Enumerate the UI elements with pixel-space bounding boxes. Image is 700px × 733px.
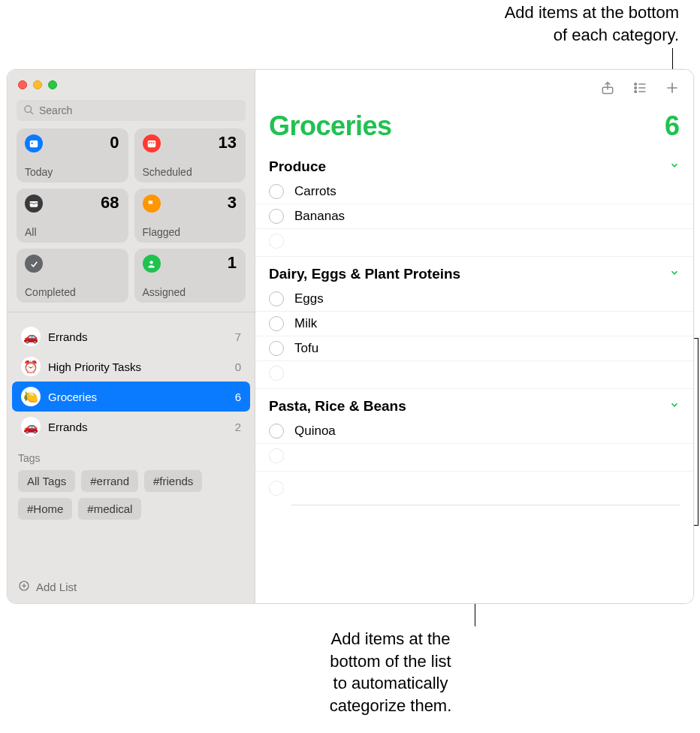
reminder-row[interactable]: Bananas xyxy=(255,204,693,229)
search-wrap xyxy=(17,100,246,121)
smart-lists-grid: 0 Today 13 Scheduled 68 xyxy=(8,128,255,312)
list-total-count: 6 xyxy=(665,110,680,142)
list-errands[interactable]: 🚗 Errands 7 xyxy=(12,321,250,351)
tag-friends[interactable]: #friends xyxy=(144,470,202,492)
reminder-title: Bananas xyxy=(294,209,345,224)
share-button[interactable] xyxy=(600,80,615,98)
complete-toggle[interactable] xyxy=(269,184,284,199)
tags-section: Tags All Tags #errand #friends #Home #me… xyxy=(8,445,255,520)
list-icon: 🚗 xyxy=(21,327,41,346)
add-reminder-button[interactable] xyxy=(665,80,680,98)
reminder-title: Eggs xyxy=(294,291,324,306)
complete-toggle[interactable] xyxy=(269,341,284,356)
add-item-row[interactable] xyxy=(255,444,693,471)
view-options-button[interactable] xyxy=(632,80,648,98)
toolbar xyxy=(255,70,693,98)
complete-toggle[interactable] xyxy=(269,316,284,331)
zoom-window-button[interactable] xyxy=(48,80,57,89)
svg-point-13 xyxy=(635,83,637,86)
minimize-window-button[interactable] xyxy=(33,80,42,89)
svg-rect-2 xyxy=(30,140,38,147)
reminder-title: Carrots xyxy=(294,184,336,199)
svg-point-17 xyxy=(635,91,637,93)
smart-list-count: 1 xyxy=(228,255,237,271)
smart-list-label: Today xyxy=(25,166,119,178)
add-item-row[interactable] xyxy=(255,361,693,388)
tag-home[interactable]: #Home xyxy=(18,498,72,520)
calendar-icon xyxy=(25,134,43,152)
chevron-down-icon[interactable] xyxy=(669,400,680,413)
section-title: Produce xyxy=(269,158,326,175)
list-name: Errands xyxy=(48,330,228,343)
section-header[interactable]: Produce xyxy=(255,149,693,179)
add-list-label: Add List xyxy=(36,581,77,593)
smart-list-count: 0 xyxy=(110,134,119,151)
sidebar: 0 Today 13 Scheduled 68 xyxy=(8,70,255,603)
bottom-divider xyxy=(291,505,680,505)
section-header[interactable]: Pasta, Rice & Beans xyxy=(255,389,693,419)
complete-toggle[interactable] xyxy=(269,291,284,306)
window-controls xyxy=(8,70,255,97)
reminder-row[interactable]: Carrots xyxy=(255,179,693,204)
add-item-row[interactable] xyxy=(255,229,693,256)
list-icon: 🍋 xyxy=(21,387,41,406)
smart-list-all[interactable]: 68 All xyxy=(17,189,128,243)
list-errands-2[interactable]: 🚗 Errands 2 xyxy=(12,412,250,442)
list-count: 0 xyxy=(235,360,241,373)
tray-icon xyxy=(25,195,43,213)
section-dairy: Dairy, Eggs & Plant Proteins Eggs Milk T… xyxy=(255,257,693,389)
reminder-title: Tofu xyxy=(294,341,318,356)
flag-icon xyxy=(143,195,161,213)
smart-list-scheduled[interactable]: 13 Scheduled xyxy=(134,128,246,182)
tags-header: Tags xyxy=(18,452,244,464)
smart-list-count: 3 xyxy=(228,195,237,211)
main-content: Groceries 6 Produce Carrots Bananas xyxy=(255,70,693,603)
tag-errand[interactable]: #errand xyxy=(81,470,138,492)
list-count: 6 xyxy=(235,391,241,403)
svg-line-1 xyxy=(31,112,33,114)
list-groceries[interactable]: 🍋 Groceries 6 xyxy=(12,382,250,412)
reminder-row[interactable]: Milk xyxy=(255,312,693,336)
section-header[interactable]: Dairy, Eggs & Plant Proteins xyxy=(255,257,693,287)
reminder-row[interactable]: Eggs xyxy=(255,287,693,312)
svg-rect-3 xyxy=(32,143,33,144)
tag-all[interactable]: All Tags xyxy=(18,470,75,492)
app-window: 0 Today 13 Scheduled 68 xyxy=(7,69,694,604)
smart-list-count: 13 xyxy=(219,134,237,151)
list-count: 7 xyxy=(235,330,241,343)
tag-medical[interactable]: #medical xyxy=(78,498,141,520)
search-icon xyxy=(23,104,35,119)
smart-list-completed[interactable]: Completed xyxy=(17,249,128,303)
add-list-button[interactable]: Add List xyxy=(8,571,255,603)
smart-list-label: Scheduled xyxy=(143,166,237,178)
list-high-priority[interactable]: ⏰ High Priority Tasks 0 xyxy=(12,351,250,382)
check-icon xyxy=(25,255,43,273)
callout-right-bracket xyxy=(698,338,698,526)
smart-list-assigned[interactable]: 1 Assigned xyxy=(134,249,246,303)
section-title: Dairy, Eggs & Plant Proteins xyxy=(269,266,460,282)
calendar-grid-icon xyxy=(143,134,161,152)
search-input[interactable] xyxy=(17,100,246,121)
list-icon: 🚗 xyxy=(21,417,41,436)
complete-toggle[interactable] xyxy=(269,424,284,439)
smart-list-flagged[interactable]: 3 Flagged xyxy=(134,189,246,243)
smart-list-today[interactable]: 0 Today xyxy=(17,128,128,182)
smart-list-label: Completed xyxy=(25,286,119,298)
list-count: 2 xyxy=(235,421,241,433)
add-item-circle-icon xyxy=(269,481,284,496)
close-window-button[interactable] xyxy=(18,80,27,89)
svg-point-8 xyxy=(149,261,152,264)
complete-toggle[interactable] xyxy=(269,209,284,224)
callout-bottom-text: Add items at the bottom of the list to a… xyxy=(300,628,481,717)
reminder-row[interactable]: Tofu xyxy=(255,336,693,361)
add-uncategorized-row[interactable] xyxy=(255,472,693,505)
reminder-row[interactable]: Quinoa xyxy=(255,419,693,444)
smart-list-label: All xyxy=(25,226,119,238)
list-name: High Priority Tasks xyxy=(48,360,228,373)
sidebar-divider xyxy=(8,312,255,312)
chevron-down-icon[interactable] xyxy=(669,160,680,173)
section-pasta: Pasta, Rice & Beans Quinoa xyxy=(255,389,693,472)
lists-section: 🚗 Errands 7 ⏰ High Priority Tasks 0 🍋 Gr… xyxy=(8,317,255,445)
chevron-down-icon[interactable] xyxy=(669,267,680,281)
tags-row: All Tags #errand #friends #Home #medical xyxy=(18,470,244,520)
